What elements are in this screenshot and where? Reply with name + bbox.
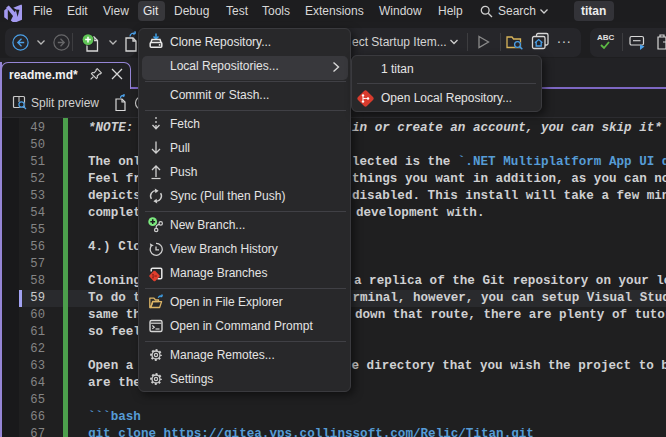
svg-text:ABC: ABC [597,33,615,42]
